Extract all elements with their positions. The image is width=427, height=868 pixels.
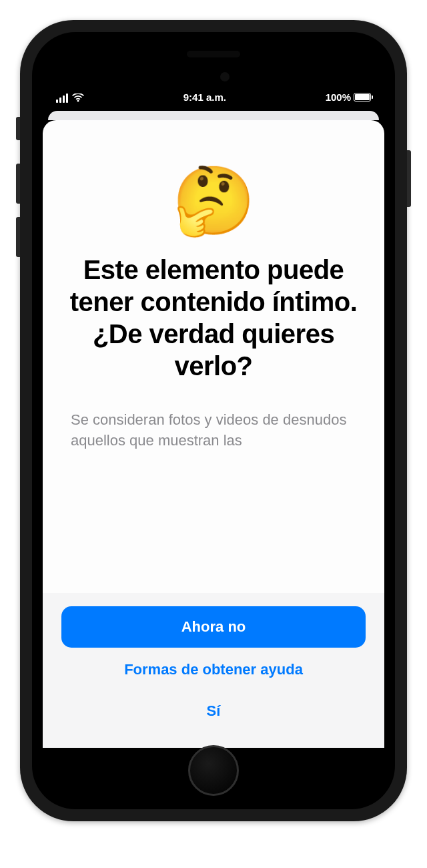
- get-help-button[interactable]: Formas de obtener ayuda: [61, 650, 366, 689]
- volume-down-button: [16, 217, 20, 257]
- not-now-button[interactable]: Ahora no: [61, 606, 366, 648]
- scroll-fade: [43, 572, 384, 593]
- dialog-title: Este elemento puede tener contenido ínti…: [69, 254, 358, 382]
- mute-switch: [16, 117, 20, 140]
- power-button: [407, 150, 411, 207]
- sheet-content[interactable]: 🤔 Este elemento puede tener contenido ín…: [43, 120, 384, 593]
- dialog-body-text: Se consideran fotos y videos de desnudos…: [69, 410, 358, 451]
- status-time: 9:41 a.m.: [183, 91, 226, 103]
- screen: 9:41 a.m. 100% 🤔 Este elemento puede ten…: [37, 37, 390, 804]
- proximity-sensor: [220, 72, 230, 81]
- volume-up-button: [16, 164, 20, 204]
- yes-button[interactable]: Sí: [61, 692, 366, 730]
- wifi-icon: [72, 93, 84, 103]
- action-bar: Ahora no Formas de obtener ayuda Sí: [43, 593, 384, 748]
- battery-percentage: 100%: [326, 91, 351, 103]
- thinking-face-emoji: 🤔: [69, 167, 358, 234]
- status-bar: 9:41 a.m. 100%: [37, 37, 390, 111]
- battery-icon: [354, 93, 371, 101]
- home-button[interactable]: [188, 745, 239, 796]
- earpiece: [187, 51, 240, 57]
- modal-sheet: 🤔 Este elemento puede tener contenido ín…: [43, 120, 384, 748]
- background-sheet-peek: [48, 111, 379, 120]
- iphone-device-frame: 9:41 a.m. 100% 🤔 Este elemento puede ten…: [20, 20, 407, 821]
- cellular-signal-icon: [56, 93, 68, 103]
